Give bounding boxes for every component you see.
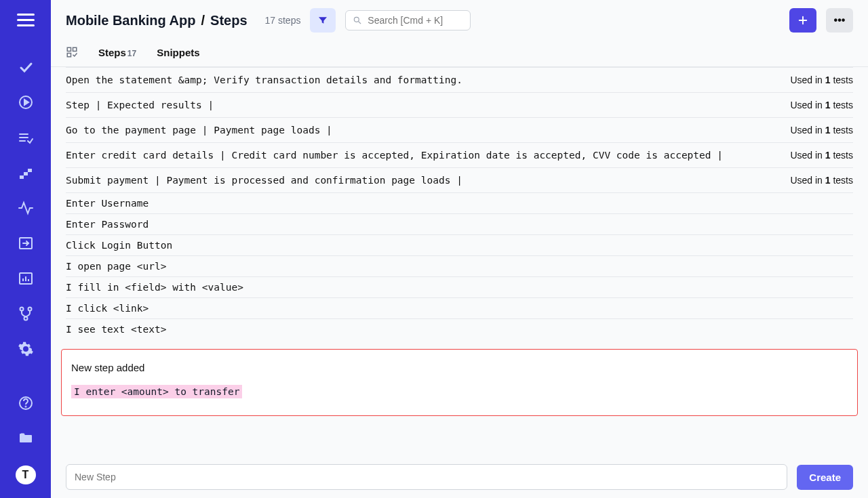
help-icon[interactable]: [18, 395, 34, 411]
play-circle-icon[interactable]: [18, 94, 34, 110]
svg-rect-24: [73, 47, 77, 51]
step-text: I click <link>: [66, 303, 149, 314]
create-button[interactable]: Create: [797, 465, 853, 490]
step-text: Click Login Button: [66, 240, 172, 251]
step-row[interactable]: Enter Password: [66, 214, 853, 235]
svg-point-14: [20, 307, 23, 310]
filter-icon: [317, 15, 328, 26]
step-row[interactable]: Step | Expected results | Used in 1 test…: [66, 93, 853, 118]
sidebar: T: [0, 0, 51, 498]
tab-steps[interactable]: Steps17: [98, 47, 136, 66]
new-step-text: I enter <amount> to transfer: [71, 385, 242, 398]
chart-icon[interactable]: [18, 270, 34, 287]
svg-rect-23: [67, 47, 71, 51]
gear-icon[interactable]: [18, 341, 34, 357]
step-row[interactable]: I fill in <field> with <value>: [66, 277, 853, 298]
step-row[interactable]: Submit payment | Payment is processed an…: [66, 168, 853, 193]
used-in: Used in 1 tests: [790, 125, 853, 136]
playlist-check-icon[interactable]: [18, 129, 34, 146]
step-row[interactable]: Enter Username: [66, 193, 853, 214]
search-input[interactable]: [368, 15, 463, 26]
steps-list: Open the statement &amp; Verify transact…: [51, 67, 868, 460]
svg-point-15: [28, 307, 31, 310]
breadcrumb-project[interactable]: Mobile Banking App: [66, 13, 195, 28]
breadcrumb-separator: /: [201, 13, 205, 28]
svg-rect-5: [20, 175, 24, 179]
tabs: Steps17 Snippets: [51, 41, 868, 67]
import-icon[interactable]: [18, 235, 34, 251]
app-logo[interactable]: T: [16, 465, 36, 484]
filter-button[interactable]: [310, 8, 336, 33]
used-in: Used in 1 tests: [790, 175, 853, 186]
tab-snippets[interactable]: Snippets: [157, 47, 199, 66]
step-text: Enter Password: [66, 219, 149, 230]
svg-rect-7: [28, 169, 32, 172]
folder-icon[interactable]: [18, 430, 34, 447]
svg-point-19: [355, 17, 359, 22]
step-text: Enter Username: [66, 198, 149, 209]
svg-rect-6: [24, 172, 28, 175]
tab-steps-count: 17: [127, 49, 136, 58]
svg-line-20: [359, 22, 361, 24]
tab-steps-label: Steps: [98, 47, 126, 58]
footer: Create: [51, 460, 868, 498]
svg-marker-1: [24, 100, 28, 105]
new-step-input[interactable]: [66, 464, 787, 490]
topbar: Mobile Banking App / Steps 17 steps •••: [51, 0, 868, 41]
step-count-label: 17 steps: [265, 15, 301, 26]
more-button[interactable]: •••: [826, 8, 853, 33]
dots-icon: •••: [834, 14, 846, 26]
menu-icon[interactable]: [17, 14, 35, 26]
tab-overview-icon[interactable]: [66, 46, 78, 66]
search-icon: [353, 15, 362, 26]
used-in: Used in 1 tests: [790, 150, 853, 161]
plus-icon: [797, 14, 809, 26]
used-in: Used in 1 tests: [790, 75, 853, 85]
step-text: Go to the payment page | Payment page lo…: [66, 125, 332, 136]
steps-icon[interactable]: [18, 165, 34, 181]
new-step-callout: New step added I enter <amount> to trans…: [61, 349, 858, 416]
step-text: I see text <text>: [66, 324, 166, 335]
step-row[interactable]: I click <link>: [66, 298, 853, 319]
add-button[interactable]: [789, 8, 816, 33]
svg-point-16: [24, 316, 27, 320]
search-box[interactable]: [345, 10, 471, 30]
step-row[interactable]: I see text <text>: [66, 319, 853, 339]
step-text: Open the statement &amp; Verify transact…: [66, 75, 462, 85]
svg-rect-25: [67, 54, 71, 57]
main-content: Mobile Banking App / Steps 17 steps •••: [51, 0, 868, 498]
step-row[interactable]: I open page <url>: [66, 256, 853, 277]
used-in: Used in 1 tests: [790, 100, 853, 110]
step-row[interactable]: Open the statement &amp; Verify transact…: [66, 67, 853, 93]
step-text: I open page <url>: [66, 261, 166, 272]
check-icon[interactable]: [18, 59, 34, 75]
step-row[interactable]: Go to the payment page | Payment page lo…: [66, 118, 853, 143]
step-row[interactable]: Enter credit card details | Credit card …: [66, 143, 853, 168]
step-text: I fill in <field> with <value>: [66, 282, 243, 293]
step-text: Step | Expected results |: [66, 100, 214, 110]
new-step-label: New step added: [71, 362, 848, 373]
step-text: Submit payment | Payment is processed an…: [66, 175, 462, 186]
step-text: Enter credit card details | Credit card …: [66, 150, 723, 161]
breadcrumb-page: Steps: [210, 13, 247, 28]
svg-point-18: [25, 406, 26, 407]
breadcrumb: Mobile Banking App / Steps: [66, 13, 248, 28]
branch-icon[interactable]: [18, 306, 34, 322]
step-row[interactable]: Click Login Button: [66, 235, 853, 256]
activity-icon[interactable]: [18, 200, 34, 216]
